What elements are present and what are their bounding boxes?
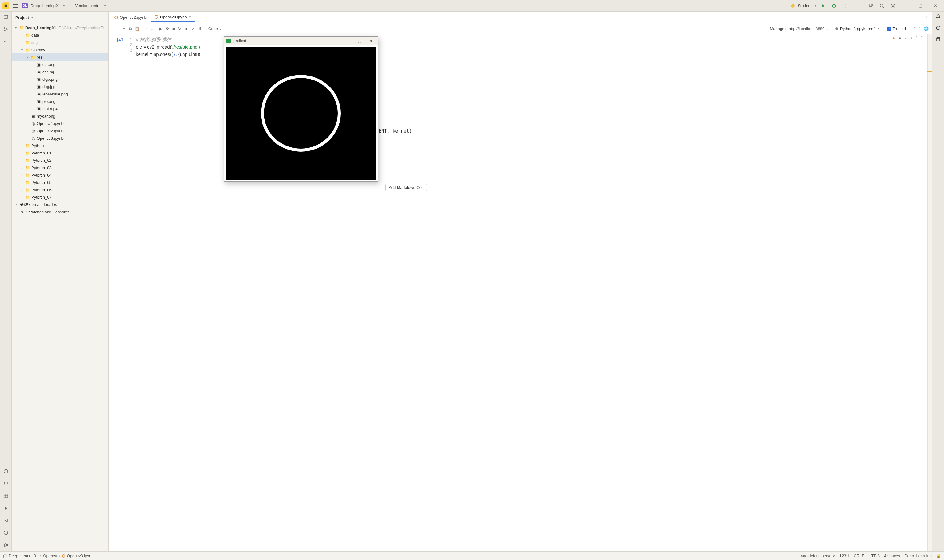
add-cell-icon[interactable]: ＋ <box>112 26 116 32</box>
breadcrumb[interactable]: ▢ Deep_Learing01 › Opencv › Opencv3.ipyn… <box>3 554 93 558</box>
chevron-right-icon[interactable]: › <box>14 210 19 214</box>
paste-icon[interactable]: 📋 <box>134 26 139 31</box>
tabs-more-icon[interactable]: ⋮ <box>922 15 930 20</box>
copy-icon[interactable]: ⧉ <box>129 26 131 31</box>
image-window-titlebar[interactable]: gradient — ▢ ✕ <box>224 37 378 45</box>
search-button[interactable] <box>878 2 886 10</box>
tree-node[interactable]: › 📁 Pytorch_01 <box>12 149 108 157</box>
readonly-icon[interactable]: 🔒 <box>936 554 941 558</box>
tree-node[interactable]: ◎ Opencv3.ipynb <box>12 134 108 142</box>
collapse-down-icon[interactable]: ˅ <box>918 26 921 31</box>
delete-icon[interactable]: 🗑 <box>198 26 202 31</box>
tree-node[interactable]: ▾ 📁 res <box>12 54 108 61</box>
move-up-icon[interactable]: ↑ <box>146 26 148 31</box>
window-close[interactable]: ✕ <box>366 39 375 43</box>
debug-cell-icon[interactable]: ⚙ <box>166 26 169 31</box>
chevron-down-icon[interactable]: ▾ <box>20 48 24 52</box>
tree-node[interactable]: › 📁 Pytorch_02 <box>12 157 108 164</box>
tree-node[interactable]: ▣ dog.jpg <box>12 83 108 90</box>
tree-node[interactable]: ▾ 📁 Opencv <box>12 46 108 54</box>
tree-node[interactable]: › 📁 Pytorch_07 <box>12 194 108 201</box>
tree-node[interactable]: › 📁 Pytorch_03 <box>12 164 108 171</box>
project-panel-header[interactable]: Project ▾ <box>12 12 108 23</box>
add-user-icon[interactable] <box>867 2 875 10</box>
project-tool-icon[interactable] <box>3 14 9 20</box>
tab-opencv2[interactable]: Opencv2.ipynb <box>111 13 150 22</box>
editor-marker-strip[interactable] <box>927 34 932 551</box>
terminal-icon[interactable] <box>3 517 9 524</box>
tree-node[interactable]: ▣ test.mp4 <box>12 105 108 112</box>
status-env[interactable]: Deep_Learning <box>904 554 932 558</box>
tab-opencv3[interactable]: Opencv3.ipynb ✕ <box>151 13 196 22</box>
tree-node[interactable]: › 📁 Pytorch_06 <box>12 186 108 194</box>
debug-button[interactable] <box>830 2 838 10</box>
settings-button[interactable] <box>889 2 897 10</box>
run-button[interactable] <box>819 2 827 10</box>
chevron-right-icon[interactable]: › <box>20 188 24 192</box>
status-indent[interactable]: 4 spaces <box>884 554 900 558</box>
problems-icon[interactable] <box>3 529 9 536</box>
web-icon[interactable]: 🌐 <box>924 26 929 31</box>
window-minimize[interactable]: — <box>900 2 912 10</box>
chevron-right-icon[interactable]: › <box>20 166 24 169</box>
run-all-icon[interactable]: ⏭ <box>184 26 188 31</box>
status-encoding[interactable]: UTF-8 <box>868 554 880 558</box>
chevron-down-icon[interactable]: ▾ <box>25 55 29 59</box>
database-icon[interactable] <box>936 37 941 43</box>
stop-icon[interactable]: ■ <box>173 26 175 31</box>
trusted-toggle[interactable]: ✓ Trusted <box>887 26 906 31</box>
services-icon[interactable] <box>3 492 9 499</box>
jupyter-icon[interactable] <box>3 468 9 475</box>
cell-type-dropdown[interactable]: Code ▾ <box>208 26 221 31</box>
chevron-right-icon[interactable]: › <box>20 195 24 199</box>
restart-icon[interactable]: ↻ <box>178 26 181 31</box>
structure-icon[interactable] <box>3 26 9 32</box>
tree-node[interactable]: › 📁 Python <box>12 142 108 149</box>
vcs-menu[interactable]: Version control <box>75 3 102 8</box>
project-tree[interactable]: ▾ 📁 Deep_Learing01 D:\Git-res\DeepLearin… <box>12 23 108 551</box>
more-tool-icon[interactable]: ⋯ <box>3 38 9 45</box>
kernel-selector[interactable]: Python 3 (ipykernel) ▾ <box>835 26 880 31</box>
run-cell-icon[interactable]: ▶ <box>159 26 163 31</box>
window-maximize[interactable]: ▢ <box>355 39 364 43</box>
tree-node[interactable]: ▣ car.png <box>12 61 108 68</box>
main-menu-button[interactable] <box>12 3 19 9</box>
status-server[interactable]: <no default server> <box>801 554 835 558</box>
managed-label[interactable]: Managed: http://localhost:8889 ▾ <box>770 26 828 31</box>
student-label[interactable]: Student <box>798 3 811 8</box>
window-minimize[interactable]: — <box>344 39 353 43</box>
collapse-up-icon[interactable]: ˄ <box>913 26 915 31</box>
move-down-icon[interactable]: ↓ <box>151 26 153 31</box>
tree-node[interactable]: ▣ lenaNoise.png <box>12 90 108 98</box>
chevron-right-icon[interactable]: › <box>20 151 24 155</box>
tree-node[interactable]: › 📁 Pytorch_05 <box>12 179 108 186</box>
marker-icon[interactable] <box>927 71 932 72</box>
more-button[interactable]: ⋮ <box>841 2 849 10</box>
inspection-widget[interactable]: ▲4 ✓7 ˄˅ <box>892 35 923 40</box>
chevron-right-icon[interactable]: › <box>20 144 24 148</box>
tree-node[interactable]: › 📁 img <box>12 39 108 46</box>
chevron-right-icon[interactable]: › <box>20 159 24 162</box>
status-eol[interactable]: CRLF <box>854 554 864 558</box>
tree-node[interactable]: › �⿻ External Libraries <box>12 201 108 208</box>
add-markdown-button[interactable]: Add Markdown Cell <box>386 184 427 191</box>
chevron-right-icon[interactable]: › <box>20 174 24 177</box>
chevron-down-icon[interactable]: ▾ <box>14 26 18 29</box>
cut-icon[interactable]: ✂ <box>122 26 126 31</box>
python-console-icon[interactable] <box>3 480 9 487</box>
clear-icon[interactable]: ✓ <box>191 26 195 31</box>
tree-node[interactable]: › ✎ Scratches and Consoles <box>12 208 108 215</box>
status-caret[interactable]: 123:1 <box>839 554 850 558</box>
chevron-right-icon[interactable]: › <box>14 203 19 206</box>
notifications-icon[interactable] <box>936 14 941 20</box>
chevron-right-icon[interactable]: › <box>20 41 24 44</box>
tree-node[interactable]: ▣ cat.jpg <box>12 68 108 75</box>
ai-icon[interactable] <box>936 26 941 31</box>
close-tab-icon[interactable]: ✕ <box>188 15 191 19</box>
tree-node[interactable]: ◎ Opencv1.ipynb <box>12 120 108 127</box>
opencv-image-window[interactable]: gradient — ▢ ✕ <box>224 36 378 182</box>
tree-node[interactable]: › 📁 data <box>12 31 108 39</box>
window-maximize[interactable]: ▢ <box>915 2 927 10</box>
tree-node[interactable]: ◎ Opencv2.ipynb <box>12 127 108 134</box>
tree-node[interactable]: ▣ pie.png <box>12 98 108 105</box>
